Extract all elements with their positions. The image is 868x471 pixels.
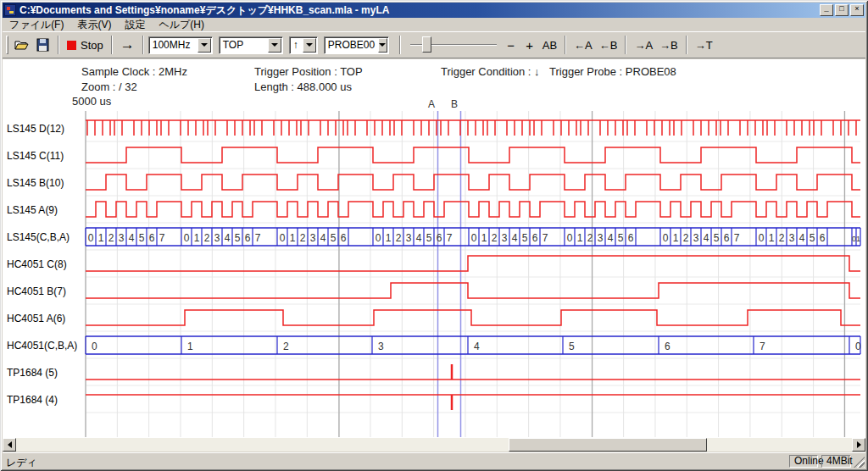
title-bar[interactable]: C:¥Documents and Settings¥noname¥デスクトップ¥…: [3, 3, 865, 18]
stop-button[interactable]: Stop: [64, 35, 107, 55]
scroll-right-button[interactable]: [852, 438, 865, 452]
trigger-condition-text: Trigger Condition : ↓: [441, 65, 540, 78]
window-title: C:¥Documents and Settings¥noname¥デスクトップ¥…: [19, 3, 818, 18]
chevron-down-icon[interactable]: [268, 38, 281, 53]
status-online-badge: Online: [789, 455, 818, 468]
resize-grip[interactable]: [854, 457, 865, 468]
length-text: Length : 488.000 us: [254, 80, 352, 93]
channel-label: LS145 C(11): [7, 150, 64, 162]
menu-settings[interactable]: 設定: [118, 17, 152, 33]
status-memory-badge: 4MBit: [821, 455, 851, 468]
sample-clock-combo[interactable]: 100MHz: [148, 36, 213, 54]
trigger-position-text: Trigger Position : TOP: [254, 65, 363, 78]
goto-ab-button[interactable]: AB: [539, 35, 560, 55]
status-ready-text: レディ: [6, 456, 37, 470]
goto-trigger-button[interactable]: →T: [692, 35, 716, 55]
app-window: C:¥Documents and Settings¥noname¥デスクトップ¥…: [0, 0, 868, 471]
zoom-slider-thumb[interactable]: [422, 36, 431, 53]
scroll-left-button[interactable]: [3, 438, 16, 452]
chevron-down-icon[interactable]: [303, 38, 316, 53]
toolbar-separator: [111, 36, 113, 54]
goto-a-left-button[interactable]: ←A: [570, 35, 596, 55]
close-button[interactable]: ×: [850, 4, 864, 16]
toolbar-grip: [6, 36, 8, 54]
trigger-edge-combo[interactable]: ↑: [289, 36, 318, 54]
channel-label: HC4051(C,B,A): [7, 340, 77, 352]
trigger-probe-combo[interactable]: PROBE00: [324, 36, 389, 54]
menu-view[interactable]: 表示(V): [70, 17, 118, 33]
toolbar-separator: [686, 36, 687, 54]
channel-label: TP1684 (4): [7, 394, 58, 406]
channel-label: LS145 D(12): [7, 123, 64, 135]
horizontal-scrollbar[interactable]: [3, 438, 865, 452]
open-file-button[interactable]: [11, 35, 32, 55]
menu-file[interactable]: ファイル(F): [3, 17, 70, 33]
run-arrow-icon: →: [120, 36, 135, 53]
status-bar: レディ Online 4MBit: [3, 452, 865, 468]
run-button[interactable]: →: [117, 35, 138, 55]
scale-text: 5000 us: [72, 95, 111, 108]
save-button[interactable]: [32, 35, 53, 55]
channel-label: TP1684 (5): [7, 367, 58, 379]
menu-help[interactable]: ヘルプ(H): [152, 17, 211, 33]
zoom-in-button[interactable]: +: [520, 35, 539, 55]
arrow-right-icon: [857, 441, 865, 448]
channel-label: HC4051 B(7): [7, 285, 66, 297]
toolbar-separator: [625, 36, 626, 54]
channel-label: HC4051 C(8): [7, 258, 67, 270]
goto-a-right-button[interactable]: →A: [631, 35, 656, 55]
menu-bar: ファイル(F) 表示(V) 設定 ヘルプ(H): [3, 18, 865, 31]
chevron-down-icon[interactable]: [378, 38, 387, 53]
toolbar-separator: [142, 36, 144, 54]
toolbar: Stop → 100MHz TOP ↑ PROBE00 − + AB: [3, 31, 865, 58]
cursor-b-label[interactable]: B: [451, 98, 458, 110]
channel-label: HC4051 A(6): [7, 313, 65, 324]
toolbar-separator: [399, 36, 401, 54]
goto-b-left-button[interactable]: ←B: [596, 35, 621, 55]
zoom-out-button[interactable]: −: [502, 35, 520, 55]
toolbar-separator: [565, 36, 566, 54]
minimize-button[interactable]: _: [820, 4, 833, 16]
open-folder-icon: [14, 38, 29, 52]
trigger-position-combo[interactable]: TOP: [219, 36, 283, 54]
app-icon: [4, 4, 16, 16]
zoom-text: Zoom : / 32: [81, 80, 137, 93]
maximize-button[interactable]: □: [835, 4, 849, 16]
chevron-down-icon[interactable]: [198, 38, 211, 53]
channel-label: LS145(C,B,A): [7, 231, 70, 243]
scrollbar-thumb[interactable]: [509, 438, 707, 452]
sample-clock-text: Sample Clock : 2MHz: [81, 65, 187, 78]
waveform-client-area: [3, 59, 865, 438]
toolbar-separator: [58, 36, 59, 54]
arrow-left-icon: [4, 441, 12, 448]
channel-label: LS145 A(9): [7, 204, 58, 216]
goto-b-right-button[interactable]: →B: [656, 35, 682, 55]
channel-label: LS145 B(10): [7, 177, 64, 189]
zoom-slider[interactable]: [410, 36, 497, 54]
floppy-disk-icon: [36, 38, 50, 52]
trigger-probe-text: Trigger Probe : PROBE08: [549, 65, 676, 78]
stop-icon: [67, 41, 76, 50]
cursor-a-label[interactable]: A: [428, 98, 435, 110]
